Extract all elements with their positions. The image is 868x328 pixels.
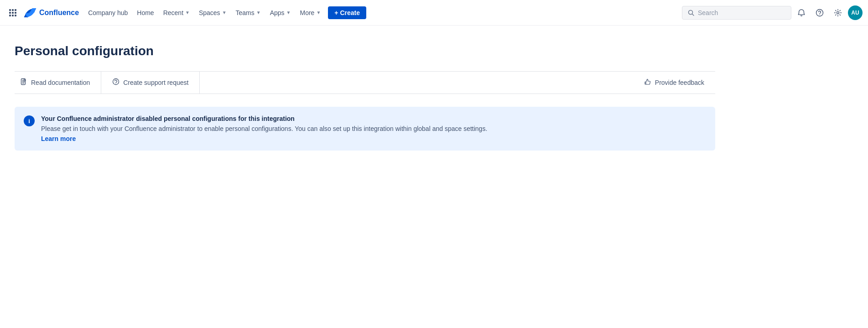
alert-info-icon: i	[24, 115, 35, 126]
nav-spaces[interactable]: Spaces ▼	[195, 6, 230, 19]
nav-spaces-label: Spaces	[199, 9, 220, 16]
doc-icon	[20, 78, 27, 87]
settings-icon	[834, 9, 842, 17]
nav-more[interactable]: More ▼	[296, 6, 325, 19]
toolbar-support[interactable]: Create support request	[101, 72, 200, 94]
notification-icon	[797, 9, 806, 17]
alert-content: Your Confluence administrator disabled p…	[41, 115, 487, 142]
nav-home-label: Home	[137, 9, 154, 16]
alert-box: i Your Confluence administrator disabled…	[15, 107, 715, 151]
nav-home[interactable]: Home	[133, 6, 157, 19]
toolbar-feedback[interactable]: Provide feedback	[633, 72, 715, 94]
create-button[interactable]: + Create	[328, 6, 366, 19]
grid-icon[interactable]	[5, 5, 20, 20]
svg-rect-7	[12, 15, 14, 16]
svg-point-12	[819, 14, 820, 15]
logo-text: Confluence	[39, 9, 79, 17]
navbar: Confluence Company hub Home Recent ▼ Spa…	[0, 0, 868, 26]
nav-teams[interactable]: Teams ▼	[232, 6, 265, 19]
svg-rect-5	[15, 12, 16, 14]
svg-line-10	[692, 14, 694, 16]
toolbar-feedback-label: Provide feedback	[655, 79, 704, 86]
user-avatar[interactable]: AU	[848, 5, 863, 20]
help-button[interactable]	[811, 5, 828, 21]
create-button-label: + Create	[334, 9, 360, 16]
svg-rect-8	[15, 15, 16, 16]
search-placeholder: Search	[698, 9, 718, 16]
notification-button[interactable]	[793, 5, 810, 21]
svg-rect-0	[9, 9, 11, 11]
nav-teams-chevron: ▼	[256, 10, 261, 15]
nav-teams-label: Teams	[236, 9, 255, 16]
help-icon	[816, 9, 824, 17]
search-box[interactable]: Search	[682, 6, 791, 20]
toolbar-support-label: Create support request	[123, 79, 188, 86]
page-title: Personal configuration	[15, 44, 715, 58]
toolbar-read-docs-label: Read documentation	[31, 79, 90, 86]
svg-rect-6	[9, 15, 11, 16]
avatar-initials: AU	[851, 10, 859, 16]
alert-body: Please get in touch with your Confluence…	[41, 125, 487, 132]
svg-rect-2	[15, 9, 16, 11]
settings-button[interactable]	[830, 5, 846, 21]
toolbar-bar: Read documentation Create support reques…	[15, 71, 715, 94]
nav-spaces-chevron: ▼	[222, 10, 227, 15]
alert-title: Your Confluence administrator disabled p…	[41, 115, 487, 122]
nav-recent[interactable]: Recent ▼	[160, 6, 193, 19]
nav-more-label: More	[300, 9, 315, 16]
svg-rect-3	[9, 12, 11, 14]
nav-company-hub-label: Company hub	[88, 9, 128, 16]
svg-point-16	[116, 83, 116, 83]
thumbs-up-icon	[644, 78, 651, 87]
svg-point-13	[837, 11, 839, 14]
svg-point-11	[816, 9, 823, 16]
svg-rect-1	[12, 9, 14, 11]
nav-more-chevron: ▼	[316, 10, 321, 15]
nav-company-hub[interactable]: Company hub	[84, 6, 131, 19]
toolbar-read-docs[interactable]: Read documentation	[15, 72, 101, 94]
svg-rect-4	[12, 12, 14, 14]
nav-recent-label: Recent	[163, 9, 183, 16]
main-content: Personal configuration Read documentatio…	[0, 26, 730, 169]
logo[interactable]: Confluence	[24, 6, 79, 19]
search-icon	[688, 10, 694, 16]
nav-apps-chevron: ▼	[286, 10, 291, 15]
nav-apps[interactable]: Apps ▼	[266, 6, 295, 19]
support-icon	[112, 78, 120, 87]
nav-recent-chevron: ▼	[185, 10, 190, 15]
alert-learn-more-link[interactable]: Learn more	[41, 135, 487, 142]
nav-apps-label: Apps	[270, 9, 285, 16]
